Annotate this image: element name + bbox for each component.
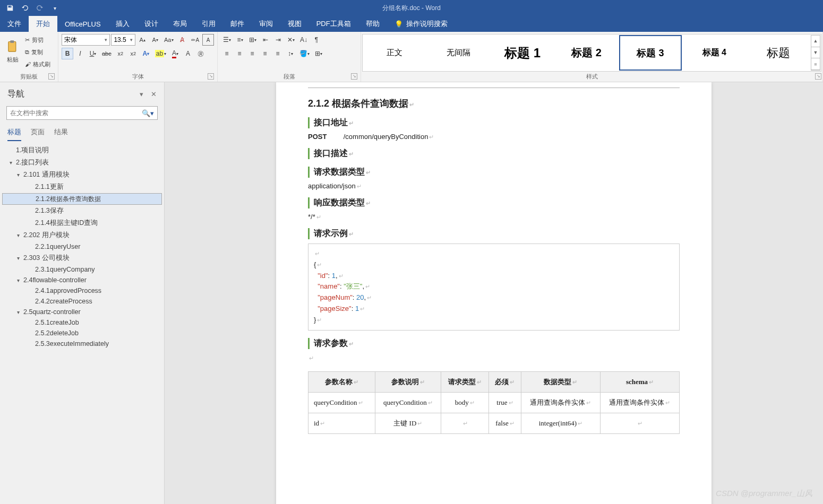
nav-item[interactable]: 2.3.1queryCompany — [2, 264, 162, 275]
tab-pdf[interactable]: PDF工具箱 — [309, 16, 358, 32]
save-button[interactable] — [3, 1, 17, 15]
highlight-button[interactable]: ab▾ — [153, 48, 168, 59]
font-color-button[interactable]: A▾ — [169, 48, 181, 59]
nav-item[interactable]: ▾2.4flowable-controller — [2, 275, 162, 285]
gallery-down[interactable]: ▼ — [811, 47, 820, 59]
increase-indent-button[interactable]: ⇥ — [272, 34, 284, 46]
nav-item-label: 2.1.2根据条件查询数据 — [36, 195, 101, 204]
strikethrough-button[interactable]: abc — [100, 48, 114, 59]
tab-tellme[interactable]: 💡操作说明搜索 — [387, 16, 455, 32]
search-icon[interactable]: 🔍▾ — [142, 109, 154, 117]
font-size-select[interactable]: 13.5▾ — [111, 34, 135, 46]
nav-item[interactable]: 2.5.1createJob — [2, 317, 162, 328]
gallery-more[interactable]: ≡ — [811, 58, 820, 70]
nav-item[interactable]: 2.2.1queryUser — [2, 241, 162, 252]
style-normal[interactable]: 正文 — [363, 35, 426, 71]
nav-tab-pages[interactable]: 页面 — [31, 127, 45, 141]
nav-search-input[interactable] — [10, 109, 142, 117]
nav-tab-headings[interactable]: 标题 — [7, 127, 21, 141]
style-h3[interactable]: 标题 3 — [619, 35, 682, 71]
clear-formatting-button[interactable]: A̷ — [176, 34, 188, 46]
table-cell: 通用查询条件实体↵ — [600, 392, 679, 413]
tab-design[interactable]: 设计 — [137, 16, 166, 32]
distributed-button[interactable]: ≡ — [272, 48, 284, 59]
subscript-button[interactable]: x2 — [115, 48, 126, 59]
change-case-button[interactable]: Aa▾ — [162, 34, 175, 46]
nav-item[interactable]: 1.项目说明 — [2, 144, 162, 157]
nav-search[interactable]: 🔍▾ — [6, 106, 158, 120]
tab-layout[interactable]: 布局 — [166, 16, 194, 32]
nav-item[interactable]: 2.5.3executeImmediately — [2, 338, 162, 349]
superscript-button[interactable]: x2 — [127, 48, 139, 59]
tab-view[interactable]: 视图 — [280, 16, 309, 32]
paste-button[interactable]: 粘贴 — [3, 34, 22, 69]
phonetic-guide-button[interactable]: ✏A — [189, 34, 201, 46]
tab-file[interactable]: 文件 — [0, 16, 29, 32]
table-cell: false↵ — [489, 413, 521, 433]
gallery-up[interactable]: ▲ — [811, 36, 820, 47]
nav-item[interactable]: 2.1.1更新 — [2, 181, 162, 193]
nav-tab-results[interactable]: 结果 — [54, 127, 68, 141]
styles-dialog-launcher[interactable]: ↘ — [815, 73, 821, 80]
nav-item[interactable]: ▾2.5quartz-controller — [2, 307, 162, 317]
style-nospacing[interactable]: 无间隔 — [427, 35, 490, 71]
tab-help[interactable]: 帮助 — [358, 16, 387, 32]
style-h4[interactable]: 标题 4 — [683, 35, 745, 71]
align-right-button[interactable]: ≡ — [246, 48, 258, 59]
nav-item[interactable]: 2.1.4根据主键ID查询 — [2, 217, 162, 229]
style-h2[interactable]: 标题 2 — [555, 35, 618, 71]
nav-item[interactable]: 2.5.2deleteJob — [2, 328, 162, 338]
decrease-font-button[interactable]: A▾ — [149, 34, 161, 46]
font-name-select[interactable]: 宋体▾ — [62, 34, 110, 46]
character-shading-button[interactable]: A — [182, 48, 194, 59]
paragraph-dialog-launcher[interactable]: ↘ — [351, 73, 357, 80]
underline-button[interactable]: U▾ — [87, 48, 99, 59]
text-effects-button[interactable]: A▾ — [140, 48, 152, 59]
decrease-indent-button[interactable]: ⇤ — [260, 34, 271, 46]
multilevel-list-button[interactable]: ⊞▾ — [247, 34, 259, 46]
line-spacing-button[interactable]: ↕▾ — [285, 48, 296, 59]
numbering-button[interactable]: ≡▾ — [234, 34, 246, 46]
italic-button[interactable]: I — [74, 48, 86, 59]
shading-button[interactable]: 🪣▾ — [297, 48, 312, 59]
nav-item[interactable]: ▾2.101 通用模块 — [2, 169, 162, 181]
sort-button[interactable]: A↓ — [298, 34, 310, 46]
clipboard-dialog-launcher[interactable]: ↘ — [48, 73, 55, 80]
justify-button[interactable]: ≡ — [259, 48, 271, 59]
borders-button[interactable]: ⊞▾ — [313, 48, 324, 59]
nav-dropdown[interactable]: ▾ — [140, 90, 143, 98]
document-area[interactable]: 2.1.2 根据条件查询数据↵ 接口地址↵ POST /common/query… — [165, 82, 823, 504]
nav-item[interactable]: 2.1.2根据条件查询数据 — [2, 193, 162, 205]
style-title[interactable]: 标题 — [747, 35, 810, 71]
nav-item[interactable]: 2.4.1approvedProcess — [2, 285, 162, 296]
align-center-button[interactable]: ≡ — [234, 48, 245, 59]
nav-item[interactable]: 2.4.2createProcess — [2, 296, 162, 307]
qat-customize[interactable]: ▾ — [48, 1, 62, 15]
nav-item[interactable]: ▾2.303 公司模块 — [2, 252, 162, 264]
asian-layout-button[interactable]: ✕▾ — [285, 34, 297, 46]
tab-references[interactable]: 引用 — [194, 16, 223, 32]
tab-insert[interactable]: 插入 — [108, 16, 137, 32]
tab-officeplus[interactable]: OfficePLUS — [57, 16, 108, 32]
character-border-button[interactable]: A — [202, 34, 214, 46]
bold-button[interactable]: B — [62, 48, 73, 59]
nav-item[interactable]: 2.1.3保存 — [2, 205, 162, 217]
tab-mail[interactable]: 邮件 — [223, 16, 252, 32]
undo-button[interactable] — [18, 1, 32, 15]
nav-item[interactable]: ▾2.202 用户模块 — [2, 229, 162, 241]
tab-review[interactable]: 审阅 — [252, 16, 280, 32]
redo-button[interactable] — [33, 1, 47, 15]
format-painter-button[interactable]: 🖌格式刷 — [23, 58, 55, 70]
copy-button[interactable]: ⧉复制 — [23, 46, 55, 58]
align-left-button[interactable]: ≡ — [221, 48, 233, 59]
tab-home[interactable]: 开始 — [29, 16, 57, 32]
nav-item[interactable]: ▾2.接口列表 — [2, 157, 162, 169]
font-dialog-launcher[interactable]: ↘ — [208, 73, 214, 80]
cut-button[interactable]: ✂剪切 — [23, 34, 55, 46]
nav-close-button[interactable]: ✕ — [151, 90, 157, 98]
enclose-characters-button[interactable]: ㊮ — [195, 48, 207, 59]
bullets-button[interactable]: ☰▾ — [221, 34, 233, 46]
show-marks-button[interactable]: ¶ — [311, 34, 322, 46]
style-h1[interactable]: 标题 1 — [491, 35, 554, 71]
increase-font-button[interactable]: A▴ — [136, 34, 148, 46]
